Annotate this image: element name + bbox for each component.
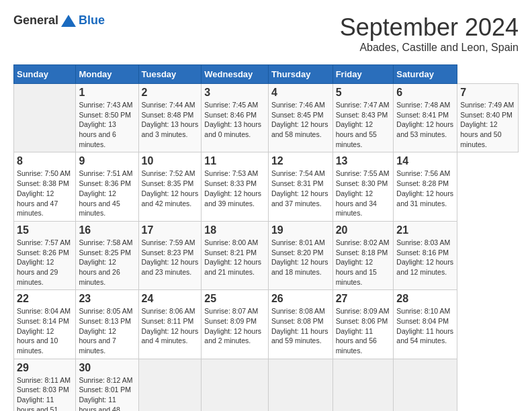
day-number: 18: [204, 224, 265, 236]
calendar-cell: 4Sunrise: 7:46 AMSunset: 8:45 PMDaylight…: [268, 84, 332, 152]
day-info: Sunrise: 7:49 AMSunset: 8:40 PMDaylight:…: [460, 100, 515, 149]
calendar-header-saturday: Saturday: [394, 65, 457, 84]
calendar-cell: 26Sunrise: 8:08 AMSunset: 8:08 PMDayligh…: [268, 290, 332, 359]
calendar-header-friday: Friday: [332, 65, 394, 84]
day-info: Sunrise: 8:00 AMSunset: 8:21 PMDaylight:…: [204, 238, 265, 277]
day-number: 1: [79, 87, 135, 99]
day-number: 20: [336, 224, 391, 236]
logo: General Blue: [13, 13, 105, 28]
day-number: 24: [142, 293, 199, 305]
day-info: Sunrise: 8:09 AMSunset: 8:06 PMDaylight:…: [336, 306, 391, 355]
calendar-cell: 15Sunrise: 7:57 AMSunset: 8:26 PMDayligh…: [14, 221, 76, 289]
day-number: 25: [204, 293, 265, 305]
day-info: Sunrise: 8:04 AMSunset: 8:14 PMDaylight:…: [17, 306, 73, 355]
calendar-header-wednesday: Wednesday: [202, 65, 269, 84]
calendar-cell: 22Sunrise: 8:04 AMSunset: 8:14 PMDayligh…: [14, 290, 76, 359]
day-number: 28: [396, 293, 454, 305]
day-info: Sunrise: 7:56 AMSunset: 8:28 PMDaylight:…: [396, 169, 454, 208]
day-info: Sunrise: 8:12 AMSunset: 8:01 PMDaylight:…: [79, 375, 135, 411]
day-number: 8: [17, 155, 73, 167]
calendar-cell: 16Sunrise: 7:58 AMSunset: 8:25 PMDayligh…: [76, 221, 138, 289]
calendar-cell: [268, 359, 332, 411]
day-number: 16: [79, 224, 135, 236]
day-info: Sunrise: 8:06 AMSunset: 8:11 PMDaylight:…: [142, 306, 199, 346]
calendar-header-thursday: Thursday: [268, 65, 332, 84]
day-info: Sunrise: 8:02 AMSunset: 8:18 PMDaylight:…: [336, 238, 391, 287]
day-number: 21: [396, 224, 454, 236]
calendar-week-row: 8Sunrise: 7:50 AMSunset: 8:38 PMDaylight…: [14, 152, 519, 221]
calendar-cell: 9Sunrise: 7:51 AMSunset: 8:36 PMDaylight…: [76, 152, 138, 221]
day-number: 17: [142, 224, 199, 236]
calendar-cell: 7Sunrise: 7:49 AMSunset: 8:40 PMDaylight…: [457, 84, 519, 152]
header: General Blue September 2024 Abades, Cast…: [13, 13, 519, 54]
calendar-cell: 3Sunrise: 7:45 AMSunset: 8:46 PMDaylight…: [202, 84, 269, 152]
day-number: 14: [396, 155, 454, 167]
calendar-cell: 21Sunrise: 8:03 AMSunset: 8:16 PMDayligh…: [394, 221, 457, 289]
day-number: 13: [336, 155, 391, 167]
page-title: September 2024: [340, 13, 519, 42]
calendar-cell: [394, 359, 457, 411]
day-number: 5: [336, 87, 391, 99]
calendar-table: SundayMondayTuesdayWednesdayThursdayFrid…: [13, 64, 519, 411]
day-number: 19: [271, 224, 330, 236]
day-number: 4: [271, 87, 330, 99]
logo-icon: [61, 15, 76, 27]
day-number: 30: [79, 362, 135, 374]
calendar-week-row: 1Sunrise: 7:43 AMSunset: 8:50 PMDaylight…: [14, 84, 519, 152]
day-info: Sunrise: 8:10 AMSunset: 8:04 PMDaylight:…: [396, 306, 454, 346]
day-info: Sunrise: 7:53 AMSunset: 8:33 PMDaylight:…: [204, 169, 265, 208]
day-info: Sunrise: 7:57 AMSunset: 8:26 PMDaylight:…: [17, 238, 73, 287]
calendar-header-monday: Monday: [76, 65, 138, 84]
day-info: Sunrise: 7:54 AMSunset: 8:31 PMDaylight:…: [271, 169, 330, 208]
calendar-cell: [14, 84, 76, 152]
day-number: 6: [396, 87, 454, 99]
day-info: Sunrise: 7:50 AMSunset: 8:38 PMDaylight:…: [17, 169, 73, 218]
calendar-cell: 30Sunrise: 8:12 AMSunset: 8:01 PMDayligh…: [76, 359, 138, 411]
calendar-body: 1Sunrise: 7:43 AMSunset: 8:50 PMDaylight…: [14, 84, 519, 412]
logo-text-blue: Blue: [79, 13, 105, 28]
day-number: 10: [142, 155, 199, 167]
calendar-cell: 27Sunrise: 8:09 AMSunset: 8:06 PMDayligh…: [332, 290, 394, 359]
calendar-cell: 5Sunrise: 7:47 AMSunset: 8:43 PMDaylight…: [332, 84, 394, 152]
day-number: 27: [336, 293, 391, 305]
day-number: 7: [460, 87, 515, 99]
calendar-week-row: 15Sunrise: 7:57 AMSunset: 8:26 PMDayligh…: [14, 221, 519, 289]
title-section: September 2024 Abades, Castille and Leon…: [340, 13, 519, 54]
calendar-cell: [332, 359, 394, 411]
calendar-week-row: 22Sunrise: 8:04 AMSunset: 8:14 PMDayligh…: [14, 290, 519, 359]
day-info: Sunrise: 7:44 AMSunset: 8:48 PMDaylight:…: [142, 100, 199, 140]
day-number: 15: [17, 224, 73, 236]
calendar-cell: 20Sunrise: 8:02 AMSunset: 8:18 PMDayligh…: [332, 221, 394, 289]
calendar-cell: 19Sunrise: 8:01 AMSunset: 8:20 PMDayligh…: [268, 221, 332, 289]
calendar-week-row: 29Sunrise: 8:11 AMSunset: 8:03 PMDayligh…: [14, 359, 519, 411]
day-number: 2: [142, 87, 199, 99]
day-info: Sunrise: 7:48 AMSunset: 8:41 PMDaylight:…: [396, 100, 454, 140]
calendar-cell: 17Sunrise: 7:59 AMSunset: 8:23 PMDayligh…: [138, 221, 202, 289]
calendar-cell: [138, 359, 202, 411]
day-number: 12: [271, 155, 330, 167]
day-info: Sunrise: 7:45 AMSunset: 8:46 PMDaylight:…: [204, 100, 265, 140]
day-info: Sunrise: 7:55 AMSunset: 8:30 PMDaylight:…: [336, 169, 391, 218]
day-info: Sunrise: 7:51 AMSunset: 8:36 PMDaylight:…: [79, 169, 135, 218]
calendar-cell: 25Sunrise: 8:07 AMSunset: 8:09 PMDayligh…: [202, 290, 269, 359]
day-info: Sunrise: 7:43 AMSunset: 8:50 PMDaylight:…: [79, 100, 135, 149]
day-number: 3: [204, 87, 265, 99]
calendar-cell: 24Sunrise: 8:06 AMSunset: 8:11 PMDayligh…: [138, 290, 202, 359]
day-info: Sunrise: 8:11 AMSunset: 8:03 PMDaylight:…: [17, 375, 73, 411]
calendar-cell: 2Sunrise: 7:44 AMSunset: 8:48 PMDaylight…: [138, 84, 202, 152]
day-info: Sunrise: 7:52 AMSunset: 8:35 PMDaylight:…: [142, 169, 199, 208]
day-info: Sunrise: 8:07 AMSunset: 8:09 PMDaylight:…: [204, 306, 265, 346]
day-info: Sunrise: 7:59 AMSunset: 8:23 PMDaylight:…: [142, 238, 199, 277]
calendar-header-row: SundayMondayTuesdayWednesdayThursdayFrid…: [14, 65, 519, 84]
day-info: Sunrise: 8:08 AMSunset: 8:08 PMDaylight:…: [271, 306, 330, 346]
calendar-cell: 6Sunrise: 7:48 AMSunset: 8:41 PMDaylight…: [394, 84, 457, 152]
calendar-cell: 29Sunrise: 8:11 AMSunset: 8:03 PMDayligh…: [14, 359, 76, 411]
calendar-cell: 23Sunrise: 8:05 AMSunset: 8:13 PMDayligh…: [76, 290, 138, 359]
calendar-cell: 12Sunrise: 7:54 AMSunset: 8:31 PMDayligh…: [268, 152, 332, 221]
calendar-cell: 28Sunrise: 8:10 AMSunset: 8:04 PMDayligh…: [394, 290, 457, 359]
day-number: 23: [79, 293, 135, 305]
page-subtitle: Abades, Castille and Leon, Spain: [340, 42, 519, 54]
calendar-cell: 8Sunrise: 7:50 AMSunset: 8:38 PMDaylight…: [14, 152, 76, 221]
day-number: 11: [204, 155, 265, 167]
day-info: Sunrise: 7:58 AMSunset: 8:25 PMDaylight:…: [79, 238, 135, 287]
